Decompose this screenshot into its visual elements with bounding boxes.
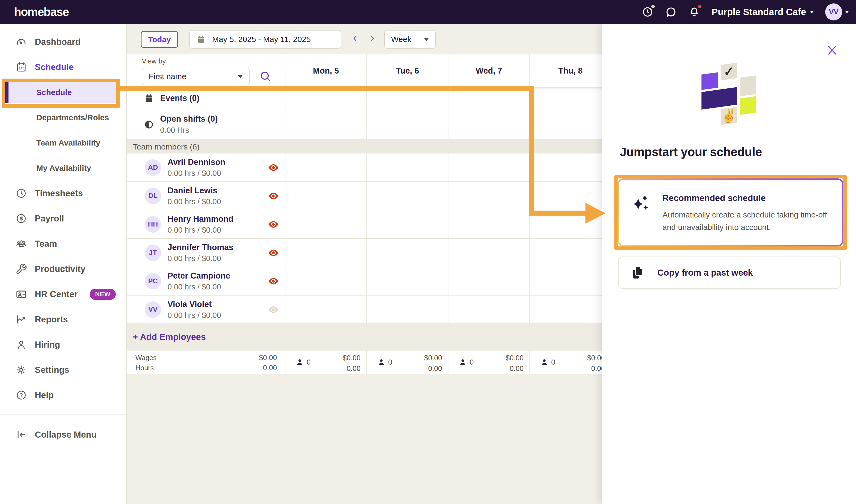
visibility-eye-icon[interactable] xyxy=(268,277,279,285)
shift-cell[interactable] xyxy=(530,109,602,139)
wages-total: $0.00 xyxy=(259,354,277,362)
day-wages: $0.00 xyxy=(342,354,360,362)
shift-cell[interactable] xyxy=(448,182,530,210)
visibility-eye-icon[interactable] xyxy=(268,249,279,257)
gear-icon xyxy=(15,364,28,376)
shift-cell[interactable] xyxy=(530,182,602,210)
shift-cell[interactable] xyxy=(367,109,448,139)
tile-peace-hand: ✌ xyxy=(720,107,737,125)
shift-cell[interactable] xyxy=(530,88,602,109)
shift-cell[interactable] xyxy=(448,239,530,267)
day-hours: 0.00 xyxy=(428,365,442,373)
sidebar-item-timesheets[interactable]: Timesheets xyxy=(0,181,126,206)
sidebar-subitem-departments-roles[interactable]: Departments/Roles xyxy=(0,105,126,130)
shift-cell[interactable] xyxy=(448,154,530,181)
user-menu[interactable]: VV xyxy=(825,3,849,20)
today-button[interactable]: Today xyxy=(141,31,178,48)
shift-cell[interactable] xyxy=(285,210,367,238)
shift-cell[interactable] xyxy=(448,109,530,139)
employee-stats: 0.00 hrs / $0.00 xyxy=(167,226,233,234)
schedule-tiles-illustration: ✓ ✌ xyxy=(701,57,765,130)
shift-cell[interactable] xyxy=(530,295,602,323)
sidebar-item-hr-center[interactable]: HR Center NEW xyxy=(0,282,126,307)
shift-cell[interactable] xyxy=(530,154,602,181)
shift-cell[interactable] xyxy=(367,267,448,295)
view-by-select[interactable]: First name xyxy=(142,68,250,85)
shift-cell[interactable] xyxy=(530,239,602,267)
date-range-picker[interactable]: May 5, 2025 - May 11, 2025 xyxy=(189,30,341,49)
shift-cell[interactable] xyxy=(367,295,448,323)
copy-past-week-card[interactable]: Copy from a past week xyxy=(618,256,841,289)
shift-cell[interactable] xyxy=(448,88,530,109)
recommended-schedule-card[interactable]: Recommended schedule Automatically creat… xyxy=(619,180,842,245)
employee-row: DL Daniel Lewis0.00 hrs / $0.00 xyxy=(127,182,602,210)
person-icon xyxy=(540,358,549,366)
next-week-button[interactable] xyxy=(367,32,377,45)
sidebar-item-team[interactable]: Team xyxy=(0,231,126,256)
shift-cell[interactable] xyxy=(285,154,367,181)
notifications-bell-icon[interactable] xyxy=(688,6,700,18)
company-selector[interactable]: Purple Standard Cafe xyxy=(712,7,814,17)
sidebar-item-settings[interactable]: Settings xyxy=(0,357,126,382)
previous-week-button[interactable] xyxy=(351,32,360,45)
events-label[interactable]: Events (0) xyxy=(160,93,199,103)
close-icon[interactable] xyxy=(826,44,838,56)
grid-header-row: View by First name Mon, 5 Tue, 6 Wed, 7 … xyxy=(127,54,602,88)
view-range-value: Week xyxy=(391,35,411,44)
topbar-actions: Purple Standard Cafe VV xyxy=(641,0,849,24)
shift-cell[interactable] xyxy=(367,239,448,267)
employee-row: JT Jennifer Thomas0.00 hrs / $0.00 xyxy=(127,239,602,267)
hours-total: 0.00 xyxy=(263,364,277,372)
half-circle-icon xyxy=(144,120,154,129)
open-shifts-label[interactable]: Open shifts (0) xyxy=(160,114,218,124)
shift-cell[interactable] xyxy=(530,267,602,295)
sidebar-subitem-my-availability[interactable]: My Availability xyxy=(0,155,126,181)
sidebar-item-productivity[interactable]: Productivity xyxy=(0,256,126,282)
chevron-down-icon xyxy=(845,11,849,13)
sidebar-item-hiring[interactable]: Hiring xyxy=(0,332,126,357)
shift-cell[interactable] xyxy=(285,295,367,323)
shift-cell[interactable] xyxy=(285,88,367,109)
shift-cell[interactable] xyxy=(285,267,367,295)
scheduled-count: 0 xyxy=(307,358,311,366)
sidebar-item-payroll[interactable]: $ Payroll xyxy=(0,206,126,231)
shift-cell[interactable] xyxy=(285,109,367,139)
id-card-icon xyxy=(15,288,28,300)
shift-cell[interactable] xyxy=(367,210,448,238)
visibility-eye-icon[interactable] xyxy=(268,164,279,172)
shift-cell[interactable] xyxy=(448,210,530,238)
shift-cell[interactable] xyxy=(367,154,448,181)
visibility-eye-icon[interactable] xyxy=(268,192,279,200)
calendar-icon xyxy=(15,61,28,73)
chart-icon xyxy=(15,313,28,326)
timeclock-icon[interactable] xyxy=(641,6,654,18)
shift-cell[interactable] xyxy=(530,210,602,238)
employee-name: Henry Hammond xyxy=(167,214,233,224)
shift-cell[interactable] xyxy=(448,295,530,323)
day-totals-cell: 0 $0.000.00 xyxy=(448,350,530,374)
shift-cell[interactable] xyxy=(367,182,448,210)
sidebar-subitem-schedule[interactable]: Schedule xyxy=(0,80,126,105)
chevron-left-icon xyxy=(352,33,359,44)
shift-cell[interactable] xyxy=(367,88,448,109)
sidebar-subitem-team-availability[interactable]: Team Availability xyxy=(0,130,126,155)
chevron-down-icon xyxy=(810,11,814,13)
visibility-eye-icon[interactable] xyxy=(268,306,279,313)
sidebar-item-help[interactable]: ? Help xyxy=(0,382,126,408)
add-employees-button[interactable]: + Add Employees xyxy=(133,332,206,342)
visibility-eye-icon[interactable] xyxy=(268,220,279,228)
day-wages: $0.00 xyxy=(505,354,523,362)
clock-icon xyxy=(15,187,28,199)
messages-icon[interactable] xyxy=(665,6,677,18)
sidebar-item-schedule[interactable]: Schedule xyxy=(0,54,126,80)
search-icon[interactable] xyxy=(260,70,272,83)
employee-name: Peter Campione xyxy=(167,271,230,281)
sidebar-item-dashboard[interactable]: Dashboard xyxy=(0,29,126,54)
chevron-down-icon xyxy=(238,75,243,78)
shift-cell[interactable] xyxy=(285,182,367,210)
shift-cell[interactable] xyxy=(448,267,530,295)
collapse-menu-button[interactable]: Collapse Menu xyxy=(0,422,126,447)
shift-cell[interactable] xyxy=(285,239,367,267)
view-range-select[interactable]: Week xyxy=(384,30,436,49)
sidebar-item-reports[interactable]: Reports xyxy=(0,307,126,332)
